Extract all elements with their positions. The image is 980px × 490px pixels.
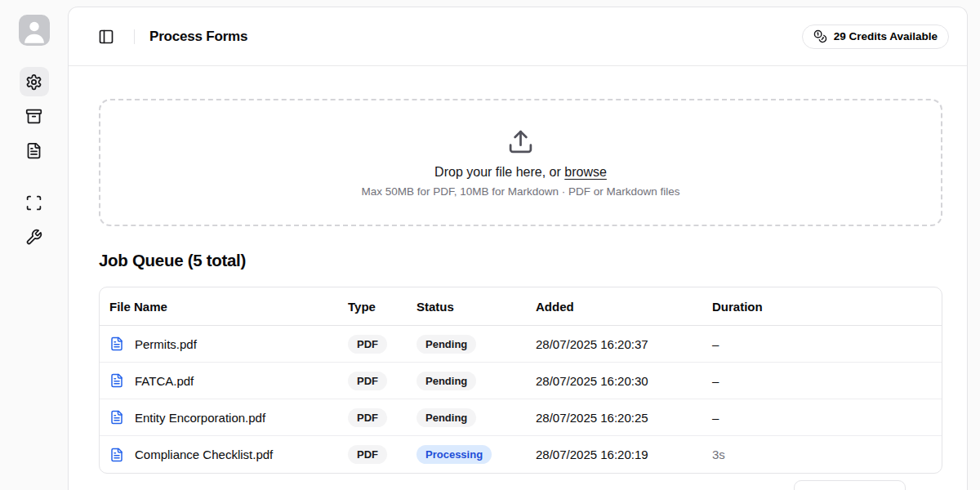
file-text-icon: [109, 373, 124, 388]
dropzone-text-prefix: Drop your file here, or: [434, 165, 564, 179]
file-name: Compliance Checklist.pdf: [135, 448, 273, 461]
table-body: Permits.pdfPDFPending28/07/2025 16:20:37…: [100, 326, 942, 473]
column-header-added: Added: [536, 300, 712, 314]
added-cell: 28/07/2025 16:20:30: [536, 374, 712, 388]
sidebar-item-settings[interactable]: [20, 67, 49, 96]
file-name-cell: Permits.pdf: [109, 336, 348, 351]
duration-cell: 3s: [712, 448, 932, 461]
column-header-file-name: File Name: [109, 300, 348, 314]
browse-link[interactable]: browse: [564, 165, 607, 179]
added-cell: 28/07/2025 16:20:19: [536, 448, 712, 461]
type-cell: PDF: [348, 372, 416, 390]
file-name: Entity Encorporation.pdf: [135, 411, 265, 425]
sidebar: [0, 0, 68, 490]
added-cell: 28/07/2025 16:20:25: [536, 411, 712, 425]
status-cell: Pending: [416, 372, 536, 390]
content-area: Drop your file here, or browse Max 50MB …: [69, 99, 967, 490]
header-divider: [134, 29, 135, 44]
table-footer: [99, 480, 942, 490]
settings-gear-icon: [25, 74, 42, 91]
status-cell: Processing: [416, 445, 536, 464]
credits-badge[interactable]: 29 Credits Available: [802, 24, 949, 49]
file-name: FATCA.pdf: [135, 374, 194, 388]
dropzone-sub-text: Max 50MB for PDF, 10MB for Markdown · PD…: [361, 185, 679, 198]
file-text-icon: [25, 142, 42, 159]
table-header-row: File Name Type Status Added Duration: [100, 287, 942, 326]
status-cell: Pending: [416, 335, 536, 354]
type-badge: PDF: [348, 408, 387, 427]
file-text-icon: [109, 410, 124, 425]
type-badge: PDF: [348, 335, 387, 354]
type-cell: PDF: [348, 408, 416, 427]
type-badge: PDF: [348, 372, 387, 390]
file-name-cell: Entity Encorporation.pdf: [109, 410, 348, 425]
file-name-cell: Compliance Checklist.pdf: [109, 448, 348, 462]
dropzone-main-text: Drop your file here, or browse: [434, 165, 607, 180]
page-header: Process Forms 29 Credits Available: [69, 7, 967, 66]
page-title: Process Forms: [149, 29, 247, 45]
panel-left-icon: [98, 29, 114, 45]
table-row: Permits.pdfPDFPending28/07/2025 16:20:37…: [100, 326, 942, 363]
file-name: Permits.pdf: [135, 337, 197, 351]
file-text-icon: [109, 336, 124, 351]
credits-label: 29 Credits Available: [834, 30, 938, 42]
partial-button-bottom[interactable]: [794, 480, 906, 490]
sidebar-item-tools[interactable]: [20, 222, 49, 252]
column-header-status: Status: [416, 300, 536, 314]
column-header-duration: Duration: [712, 300, 932, 314]
coins-icon: [813, 29, 827, 43]
table-row: FATCA.pdfPDFPending28/07/2025 16:20:30–: [100, 363, 942, 399]
sidebar-item-archive[interactable]: [20, 101, 49, 131]
duration-cell: –: [712, 374, 932, 388]
user-icon: [19, 15, 50, 46]
status-badge: Processing: [416, 445, 492, 464]
sidebar-item-documents[interactable]: [20, 136, 49, 165]
main-panel: Process Forms 29 Credits Available Drop …: [68, 7, 968, 490]
type-badge: PDF: [348, 445, 387, 464]
job-queue-title: Job Queue (5 total): [99, 251, 942, 270]
duration-cell: –: [712, 411, 932, 425]
table-row: Compliance Checklist.pdfPDFProcessing28/…: [100, 436, 942, 473]
scan-icon: [25, 194, 42, 212]
file-dropzone[interactable]: Drop your file here, or browse Max 50MB …: [99, 99, 942, 226]
status-badge: Pending: [416, 335, 476, 354]
added-cell: 28/07/2025 16:20:37: [536, 337, 712, 351]
status-badge: Pending: [416, 372, 476, 390]
status-cell: Pending: [416, 408, 536, 427]
column-header-type: Type: [348, 300, 416, 314]
duration-cell: –: [712, 337, 932, 351]
archive-box-icon: [25, 108, 42, 125]
type-cell: PDF: [348, 445, 416, 464]
file-name-cell: FATCA.pdf: [109, 373, 348, 388]
table-row: Entity Encorporation.pdfPDFPending28/07/…: [100, 399, 942, 436]
job-queue-table: File Name Type Status Added Duration Per…: [99, 287, 942, 474]
avatar[interactable]: [19, 15, 50, 46]
wrench-icon: [25, 229, 42, 246]
status-badge: Pending: [416, 408, 476, 427]
file-text-icon: [109, 448, 124, 462]
sidebar-item-scan[interactable]: [20, 188, 49, 217]
upload-icon: [507, 128, 534, 155]
type-cell: PDF: [348, 335, 416, 354]
sidebar-toggle-button[interactable]: [93, 24, 119, 50]
